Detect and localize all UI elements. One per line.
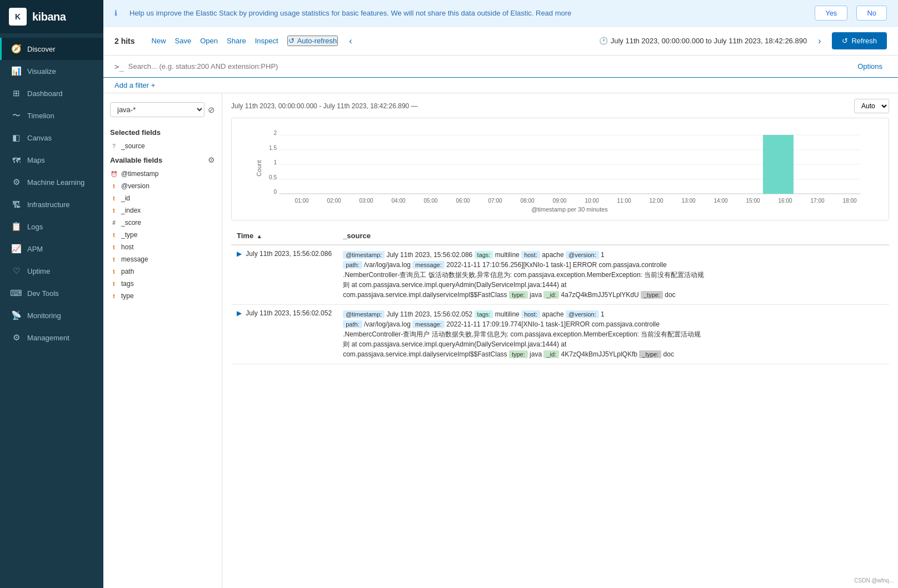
refresh-button[interactable]: ↺ Refresh [832, 32, 887, 49]
field-name-index: _index [121, 207, 141, 214]
histogram-bar [763, 135, 794, 194]
t-field-icon: t [110, 268, 118, 275]
type2-badge-1: _type: [641, 291, 663, 299]
sidebar-item-canvas[interactable]: ◧ Canvas [0, 127, 103, 149]
infrastructure-icon: 🏗 [11, 199, 22, 210]
sidebar-item-monitoring[interactable]: 📡 Monitoring [0, 304, 103, 326]
sidebar-label-infrastructure: Infrastructure [27, 200, 70, 209]
t-field-icon: t [110, 255, 118, 263]
left-panel: java-* ⊘ Selected fields ? _source Avail… [103, 93, 222, 588]
svg-text:08:00: 08:00 [520, 198, 534, 204]
svg-text:10:00: 10:00 [585, 198, 598, 204]
field-name-type: _type [121, 231, 137, 239]
sidebar-item-apm[interactable]: 📈 APM [0, 238, 103, 260]
apm-icon: 📈 [11, 243, 22, 254]
sidebar-label-dashboard: Dashboard [27, 89, 63, 98]
sidebar-label-devtools: Dev Tools [27, 289, 59, 298]
auto-refresh-button[interactable]: ↺ Auto-refresh [287, 36, 338, 46]
index-clear-button[interactable]: ⊘ [208, 105, 215, 115]
field-message[interactable]: t message [103, 253, 222, 265]
time-next-button[interactable]: › [818, 36, 821, 46]
svg-text:16:00: 16:00 [778, 198, 792, 204]
sidebar-item-devtools[interactable]: ⌨ Dev Tools [0, 282, 103, 304]
field-timestamp[interactable]: ⏰ @timestamp [103, 168, 222, 180]
field-version[interactable]: t @version [103, 180, 222, 192]
sidebar-item-maps[interactable]: 🗺 Maps [0, 149, 103, 171]
logo-area: K kibana [0, 0, 103, 33]
tags-badge: tags: [475, 251, 493, 259]
content-area: java-* ⊘ Selected fields ? _source Avail… [103, 93, 898, 588]
source-cell-2: @timestamp: July 11th 2023, 15:56:02.052… [337, 305, 889, 364]
sidebar-item-timelion[interactable]: 〜 Timelion [0, 104, 103, 127]
sidebar-nav: 🧭 Discover 📊 Visualize ⊞ Dashboard 〜 Tim… [0, 33, 103, 588]
hash-field-icon: # [110, 219, 118, 227]
field-type[interactable]: t _type [103, 229, 222, 241]
sidebar-item-visualize[interactable]: 📊 Visualize [0, 60, 103, 82]
chart-header: July 11th 2023, 00:00:00.000 - July 11th… [231, 99, 889, 113]
svg-text:07:00: 07:00 [488, 198, 502, 204]
index-pattern-dropdown[interactable]: java-* [110, 102, 204, 117]
field-tags[interactable]: t tags [103, 278, 222, 290]
version-badge: @version: [566, 310, 599, 318]
interval-select[interactable]: Auto [854, 99, 889, 113]
type-badge-2: type: [509, 350, 528, 358]
sidebar-item-infrastructure[interactable]: 🏗 Infrastructure [0, 193, 103, 215]
sidebar-label-logs: Logs [27, 223, 43, 231]
t-field-icon: t [110, 182, 118, 190]
discover-icon: 🧭 [11, 43, 22, 54]
svg-text:04:00: 04:00 [391, 198, 405, 204]
row-expand-button-2[interactable]: ▶ [237, 309, 242, 317]
field-name-tags: tags [121, 280, 134, 288]
field-name-path: path [121, 268, 134, 275]
index-selector: java-* ⊘ [103, 99, 222, 120]
options-button[interactable]: Options [853, 60, 887, 73]
sidebar-item-logs[interactable]: 📋 Logs [0, 215, 103, 238]
sidebar-item-uptime[interactable]: ♡ Uptime [0, 260, 103, 282]
svg-text:17:00: 17:00 [810, 198, 824, 204]
sidebar-item-discover[interactable]: 🧭 Discover [0, 38, 103, 60]
add-filter-button[interactable]: Add a filter + [114, 81, 155, 89]
svg-text:02:00: 02:00 [327, 198, 341, 204]
search-input[interactable] [128, 62, 853, 71]
new-button[interactable]: New [152, 36, 166, 46]
svg-text:09:00: 09:00 [552, 198, 566, 204]
selected-field-source[interactable]: ? _source [103, 140, 222, 152]
no-button[interactable]: No [856, 6, 887, 21]
sidebar-item-machine-learning[interactable]: ⚙ Machine Learning [0, 171, 103, 193]
field-name-host: host [121, 243, 134, 251]
share-button[interactable]: Share [227, 36, 246, 46]
yes-button[interactable]: Yes [815, 6, 847, 21]
field-path[interactable]: t path [103, 265, 222, 278]
sidebar-label-canvas: Canvas [27, 134, 52, 142]
field-host[interactable]: t host [103, 241, 222, 253]
timelion-icon: 〜 [11, 110, 22, 121]
clock-field-icon: ⏰ [110, 170, 118, 178]
sidebar-item-management[interactable]: ⚙ Management [0, 326, 103, 349]
message-badge: message: [412, 320, 445, 328]
logs-icon: 📋 [11, 221, 22, 232]
svg-text:14:00: 14:00 [714, 198, 727, 204]
svg-text:0: 0 [273, 189, 277, 195]
sidebar-label-visualize: Visualize [27, 67, 56, 76]
time-range-text: July 11th 2023, 00:00:00.000 to July 11t… [611, 37, 807, 45]
source-cell-1: @timestamp: July 11th 2023, 15:56:02.086… [337, 245, 889, 305]
field-name-score: _score [121, 219, 141, 227]
id-badge-1: _id: [543, 291, 559, 299]
field-index[interactable]: t _index [103, 204, 222, 217]
version-badge: @version: [566, 251, 599, 259]
field-name-id: _id [121, 194, 130, 202]
svg-text:01:00: 01:00 [295, 198, 308, 204]
field-type-text[interactable]: t type [103, 290, 222, 302]
open-button[interactable]: Open [200, 36, 218, 46]
field-settings-button[interactable]: ⚙ [208, 155, 215, 164]
save-button[interactable]: Save [175, 36, 192, 46]
sidebar-item-dashboard[interactable]: ⊞ Dashboard [0, 82, 103, 104]
t-field-icon: t [110, 207, 118, 214]
inspect-button[interactable]: Inspect [255, 36, 278, 46]
field-id[interactable]: t _id [103, 192, 222, 204]
field-score[interactable]: # _score [103, 217, 222, 229]
row-expand-button-1[interactable]: ▶ [237, 250, 242, 258]
time-prev-button[interactable]: ‹ [349, 36, 352, 46]
logo-text: kibana [32, 11, 66, 23]
auto-refresh-label: Auto-refresh [297, 37, 337, 45]
